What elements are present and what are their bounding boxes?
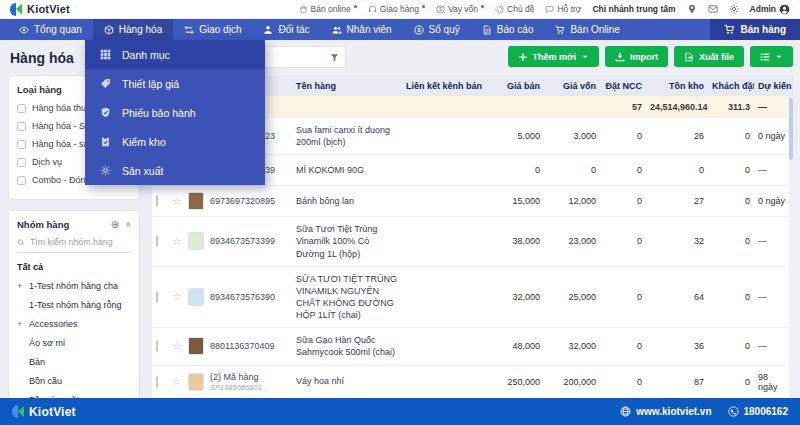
table-scrollbar[interactable] [789,96,793,398]
summary-ton-kho: 24,514,960.14 [646,102,708,112]
favorite-star-icon[interactable]: ☆ [168,235,184,248]
checkbox[interactable] [17,176,26,185]
topbar-item-vay-vốn[interactable]: $ Vay vốn [436,4,484,14]
checkbox[interactable] [17,104,26,113]
export-button[interactable]: Xuất file [674,46,744,67]
globe-icon [620,406,631,417]
nav-item-tổng-quan[interactable]: Tổng quan [8,19,93,40]
plus-icon [518,52,528,62]
product-group-item[interactable]: + Accessories [17,319,131,329]
chat-icon [545,5,554,14]
product-group-title: Nhóm hàng [17,219,69,230]
collapse-icon[interactable]: ∧ [125,220,131,229]
top-bar: KiotViet Bán online Giao hàng $ Vay vốn … [0,0,800,19]
nav-item-nhân-viên[interactable]: Nhân viên [321,19,403,40]
product-group-item[interactable]: Bàn [17,357,131,367]
add-new-button[interactable]: Thêm mới [508,46,599,67]
kiotviet-logo-icon [10,3,23,16]
search-icon [17,238,25,247]
row-checkbox[interactable] [156,235,158,247]
row-checkbox[interactable] [156,291,158,303]
bag-icon [299,5,308,14]
col-ton-kho[interactable]: Tồn kho [646,81,708,91]
notification-dot [354,5,357,8]
col-lien-ket[interactable]: Liên kết kênh bán [402,81,488,91]
grid-icon [100,49,111,60]
user-icon [263,25,273,35]
nav-item-giao-dịch[interactable]: Giao dịch [173,19,252,40]
column-options-button[interactable] [750,46,793,67]
nav-item-đối-tác[interactable]: Đối tác [252,19,320,40]
table-row[interactable]: ☆ 6973697320895 Bánh bông lan 15,000 12,… [152,186,793,217]
product-group-item[interactable]: Bồn cầu [17,376,131,386]
product-group-item[interactable]: Áo sơ mi [17,338,131,348]
shield-icon [100,107,111,118]
col-gia-ban[interactable]: Giá bán [488,81,544,91]
topbar-item-giao-hàng[interactable]: Giao hàng [368,4,425,14]
favorite-star-icon[interactable]: ☆ [168,340,184,353]
branch-selector[interactable]: Chi nhánh trung tâm [592,4,675,14]
brand-name: KiotViet [27,3,70,15]
website-label: www.kiotviet.vn [636,406,711,417]
footer-brand: KiotViet [29,405,76,419]
checkbox[interactable] [17,122,26,131]
topbar-item-bán-online[interactable]: Bán online [299,4,357,14]
favorite-star-icon[interactable]: ☆ [168,290,184,303]
swap-icon [184,25,194,35]
dropdown-item-phiếu-bảo-hành[interactable]: Phiếu bảo hành [85,98,265,127]
dropdown-item-kiểm-kho[interactable]: Kiểm kho [85,127,265,156]
expand-icon[interactable]: + [17,319,24,329]
add-group-icon[interactable]: ⊕ [111,219,119,230]
eye-icon [19,25,29,35]
table-row[interactable]: ☆ 8934673573399 Sữa Tươi Tiệt Trùng Vina… [152,217,793,266]
website-link[interactable]: www.kiotviet.vn [620,406,711,417]
clipboard-icon [100,136,111,147]
favorite-star-icon[interactable]: ☆ [168,375,184,388]
col-dat-ncc[interactable]: Đặt NCC [600,81,646,91]
import-button[interactable]: Import [605,46,668,67]
favorite-star-icon[interactable]: ☆ [168,195,184,208]
table-row[interactable]: ☆ (2) Mã hàngSP1685086601.. Váy hoa nhí … [152,366,793,398]
sale-button[interactable]: Bán hàng [710,19,800,40]
hotline-link[interactable]: 18006162 [728,406,789,417]
product-group-item[interactable]: + 1-Test nhóm hàng cha [17,281,131,291]
checkbox[interactable] [17,140,26,149]
table-row[interactable]: ☆ 8801136370409 Sữa Gạo Hàn Quốc Sahmyco… [152,328,793,365]
col-ten-hang[interactable]: Tên hàng [292,81,402,91]
dropdown-item-danh-mục[interactable]: Danh mục [85,40,265,69]
admin-menu[interactable]: Admin [750,4,790,15]
table-row[interactable]: ☆ 8934673576390 SỮA TƯƠI TIỆT TRÙNG VINA… [152,267,793,329]
gear-icon[interactable] [729,4,739,14]
product-thumbnail [188,337,204,355]
topbar-item-chủ-đề[interactable]: Chủ đề [495,4,534,14]
dropdown-item-sản-xuất[interactable]: Sản xuất [85,156,265,185]
checkbox[interactable] [17,158,26,167]
filter-icon[interactable] [330,53,339,62]
group-search-input[interactable] [30,237,131,247]
hotline-label: 18006162 [744,406,789,417]
col-khach-dat[interactable]: Khách đặt [708,81,754,91]
footer: KiotViet www.kiotviet.vn 18006162 [0,398,800,425]
summary-khach-dat: 311.3 [708,102,754,112]
row-checkbox[interactable] [156,376,158,388]
col-du-kien[interactable]: Dự kiến hết h [754,81,793,91]
dropdown-item-thiết-lập-giá[interactable]: Thiết lập giá [85,69,265,98]
kiotviet-logo: KiotViet [10,3,70,16]
kiotviet-logo-icon [12,405,25,418]
envelope-icon[interactable] [708,4,718,14]
nav-item-sổ-quỹ[interactable]: $ Sổ quỹ [403,19,471,40]
product-group-item[interactable]: Tất cả [17,262,131,272]
product-group-item[interactable]: 1-Test nhóm hàng rỗng [17,300,131,310]
doc-icon [482,25,492,35]
pin-icon[interactable] [687,4,697,14]
topbar-item-hỗ-trợ[interactable]: Hỗ trợ [545,4,581,14]
nav-item-hàng-hóa[interactable]: Hàng hóa [93,19,173,40]
col-gia-von[interactable]: Giá vốn [544,81,600,91]
nav-item-bán-online[interactable]: Bán Online [544,19,630,40]
row-checkbox[interactable] [156,195,158,207]
nav-item-báo-cáo[interactable]: Báo cáo [471,19,545,40]
product-thumbnail [188,192,204,210]
expand-icon[interactable]: + [17,281,24,291]
row-checkbox[interactable] [156,340,158,352]
export-icon [684,52,694,62]
